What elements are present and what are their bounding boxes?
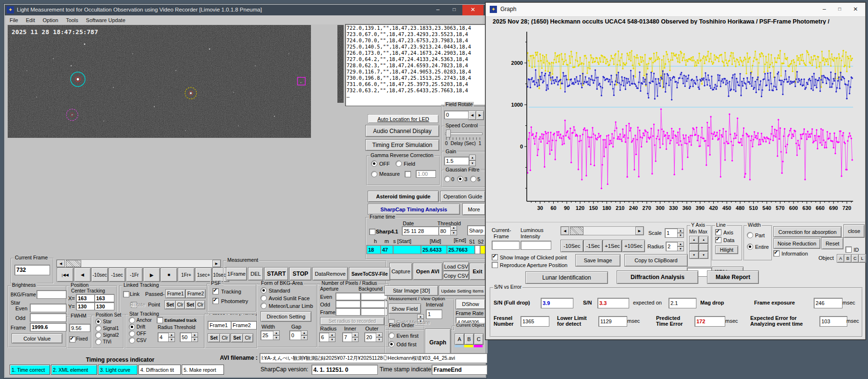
gain-input[interactable]: 1.5 bbox=[444, 157, 469, 165]
copy-clipboard-button[interactable]: Copy to ClipBoard bbox=[624, 254, 688, 267]
sharpcap-timing-analysis-button[interactable]: SharpCap Timing Analysis bbox=[368, 204, 460, 215]
gaussian-5-radio[interactable] bbox=[470, 176, 476, 182]
menu-file[interactable]: File bbox=[6, 16, 22, 24]
save-image-button[interactable]: Save Image bbox=[575, 254, 620, 267]
gamma-checkbox[interactable] bbox=[405, 171, 411, 177]
frame-scrollbar[interactable]: ◀ ▶ bbox=[56, 259, 221, 268]
1frame-button[interactable]: 1Frame bbox=[226, 267, 247, 281]
plus-1sec-graph-button[interactable]: +1Sec bbox=[603, 240, 622, 252]
linked-set1-button[interactable]: Set bbox=[164, 300, 176, 309]
threshold-spinner[interactable]: ▲▼ bbox=[450, 225, 457, 235]
bkg-width-spinner[interactable]: ▲▼ bbox=[273, 330, 280, 340]
menu-edit[interactable]: Edit bbox=[22, 16, 39, 24]
list-item[interactable]: 727.0,64.2,"",18,47,24.4133,24.5363,18,4 bbox=[347, 56, 486, 62]
tab-make-report[interactable]: 5. Make report bbox=[182, 365, 224, 375]
posset-signal1-radio[interactable] bbox=[95, 325, 101, 331]
current-frame-input[interactable]: 732 bbox=[14, 265, 50, 275]
gamma-measure-radio[interactable] bbox=[371, 171, 377, 177]
odd-first-radio[interactable] bbox=[388, 341, 395, 347]
direction-setting-button[interactable]: Direction Setting bbox=[260, 311, 311, 322]
linked-clr1-button[interactable]: Clr bbox=[175, 300, 185, 309]
step-back-button[interactable]: ◀ bbox=[74, 268, 91, 282]
plus-1frame-button[interactable]: 1Fr+ bbox=[178, 268, 195, 282]
psf-tracking-checkbox[interactable] bbox=[212, 288, 219, 294]
asteroid-timing-guide-button[interactable]: Asteroid timing guide bbox=[368, 191, 439, 202]
sharp41-checkbox[interactable] bbox=[369, 229, 375, 235]
ymax-mid-button[interactable] bbox=[699, 244, 708, 251]
linked-set2-button[interactable]: Set bbox=[185, 300, 196, 309]
minus-1sec-graph-button[interactable]: -1Sec bbox=[583, 240, 603, 252]
linked-clr2-button[interactable]: Clr bbox=[196, 300, 205, 309]
scroll-left-icon[interactable]: ◀ bbox=[57, 260, 65, 267]
line-data-checkbox[interactable] bbox=[715, 237, 721, 243]
gamma-field-radio[interactable] bbox=[396, 160, 402, 167]
fixed-checkbox[interactable] bbox=[69, 336, 75, 342]
limovie-titlebar[interactable]: ✦ Light Measurement tool for Occultation… bbox=[5, 5, 485, 15]
list-item[interactable]: 732.0,63.2,"",18,47,25.6433,25.7663,18,4 bbox=[347, 87, 486, 94]
tab-time-correct[interactable]: 1. Time correct bbox=[10, 365, 50, 375]
diffraction-analysis-button[interactable]: Diffraction Analysis bbox=[617, 270, 698, 284]
audio-channel-display-button[interactable]: Audio Channel Display bbox=[365, 125, 439, 137]
even-first-radio[interactable] bbox=[388, 332, 395, 339]
open-avi-button[interactable]: Open AVI bbox=[413, 263, 443, 280]
linked-frame1-button[interactable]: Frame1 bbox=[165, 289, 186, 298]
update-setting-items-button[interactable]: Update Setting Items bbox=[439, 285, 486, 296]
posset-signal2-radio[interactable] bbox=[95, 332, 101, 338]
radius-spinner[interactable]: ▲▼ bbox=[329, 332, 335, 342]
scroll-right-icon[interactable]: ▶ bbox=[212, 260, 221, 267]
bkg-standard-radio[interactable] bbox=[260, 287, 267, 293]
dshow-button[interactable]: DShow bbox=[456, 299, 485, 309]
link-checkbox[interactable] bbox=[123, 291, 129, 297]
information-checkbox[interactable] bbox=[773, 250, 780, 257]
graph-object-a-button[interactable]: A bbox=[837, 254, 844, 263]
menu-software-update[interactable]: Software Update bbox=[82, 16, 129, 24]
list-item[interactable]: 728.0,62.3,"",18,47,24.6593,24.7823,18,4 bbox=[347, 62, 486, 69]
linked-frame2-button[interactable]: Frame2 bbox=[186, 289, 206, 298]
color-value-button[interactable]: Color Value bbox=[12, 333, 62, 343]
data-remove-button[interactable]: DataRemove bbox=[312, 267, 348, 281]
bkg-meteor-radio[interactable] bbox=[260, 303, 267, 309]
gaussian-3-radio[interactable] bbox=[457, 176, 463, 182]
graph-close-icon[interactable]: ✕ bbox=[847, 4, 864, 15]
date-input[interactable]: 25 11 28 bbox=[402, 226, 439, 235]
graph-current-frame-input[interactable] bbox=[492, 241, 520, 250]
passed-frame2-input[interactable]: Frame2 bbox=[231, 321, 257, 330]
graph-radius-spinner[interactable]: ▲▼ bbox=[677, 242, 684, 251]
minus-10sec-button[interactable]: -10sec bbox=[91, 268, 108, 282]
gaussian-0-radio[interactable] bbox=[444, 176, 450, 182]
hilight-button[interactable]: Hilight bbox=[715, 245, 738, 254]
exit-button[interactable]: Exit bbox=[470, 263, 485, 280]
gamma-value[interactable]: 1.00 bbox=[416, 170, 436, 178]
capture-button[interactable]: Capture bbox=[389, 263, 412, 280]
make-report-button[interactable]: Make Report bbox=[707, 270, 759, 284]
correction-absorption-button[interactable]: Correction for absorption bbox=[773, 226, 842, 237]
width-entire-radio[interactable] bbox=[747, 244, 753, 250]
save-to-csv-button[interactable]: SaveToCSV-File bbox=[349, 267, 390, 281]
speed-slider-thumb[interactable] bbox=[446, 130, 451, 137]
graph-minimize-icon[interactable]: – bbox=[817, 4, 832, 15]
reproduce-aperture-checkbox[interactable] bbox=[492, 262, 498, 268]
ymax-down-button[interactable]: ▼ bbox=[699, 251, 708, 259]
list-item[interactable]: 726.0,173.0,"",18,47,24.1673,24.2903,18,… bbox=[347, 50, 486, 56]
lunar-identification-button[interactable]: Lunar Identification bbox=[525, 271, 608, 284]
stop-button[interactable]: ■ bbox=[161, 268, 177, 282]
outer-spinner[interactable]: ▲▼ bbox=[376, 332, 383, 342]
passed-frame1-input[interactable]: Frame1 bbox=[208, 321, 233, 330]
drift-radio[interactable] bbox=[129, 324, 135, 330]
line-axis-checkbox[interactable] bbox=[715, 229, 721, 235]
id-checkbox[interactable] bbox=[845, 246, 852, 253]
field-rotate-input[interactable]: 0 bbox=[444, 110, 469, 119]
graph-maximize-icon[interactable]: □ bbox=[832, 4, 847, 15]
minus-10sec-graph-button[interactable]: -10Sec bbox=[560, 240, 583, 252]
show-image-clicked-checkbox[interactable] bbox=[492, 254, 498, 260]
track-radius-spinner[interactable]: ▲▼ bbox=[168, 332, 175, 342]
list-item[interactable]: 724.0,70.0,"",18,47,23.6753,23.7983,18,4 bbox=[347, 37, 486, 44]
play-button[interactable]: ▶ bbox=[143, 268, 160, 282]
plus-1sec-button[interactable]: 1sec+ bbox=[195, 268, 212, 282]
tab-diffraction-fit[interactable]: 4. Diffraction tit bbox=[138, 365, 181, 375]
load-csv-button[interactable]: Load CSV bbox=[443, 262, 469, 271]
operation-guide-button[interactable]: Operation Guide bbox=[440, 191, 485, 202]
list-item[interactable]: 731.0,66.0,"",18,47,25.3973,25.5203,18,4 bbox=[347, 81, 486, 87]
minimize-icon[interactable]: – bbox=[430, 5, 446, 15]
list-item[interactable]: 730.0,196.8,"",18,47,25.1513,25.2743,18,… bbox=[347, 75, 486, 81]
